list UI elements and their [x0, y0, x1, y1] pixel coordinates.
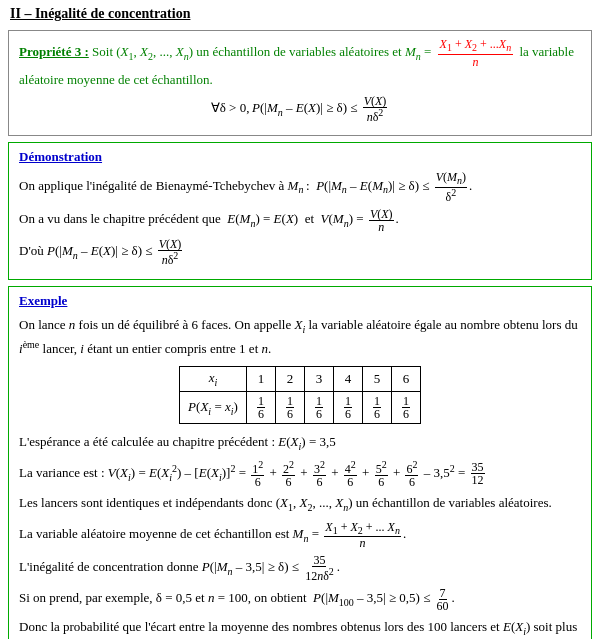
table-val-3: 3 [304, 367, 333, 392]
demo-f3-den: nδ2 [161, 251, 180, 266]
property-intro: Soit (X1, X2, ..., Xn) un échantillon de… [92, 44, 435, 59]
demo-f2-den: n [377, 221, 385, 233]
demo-f3-num: V(X) [158, 238, 183, 251]
table-prob-5: 1 6 [362, 391, 391, 423]
prob-frac-2: 1 6 [286, 395, 294, 420]
table-prob-3: 1 6 [304, 391, 333, 423]
var-f6: 62 6 [405, 460, 418, 488]
probability-table: xi 1 2 3 4 5 6 P(Xi = xi) 1 6 1 6 [179, 366, 421, 424]
mn-frac-den: n [470, 55, 480, 69]
example-title: Exemple [19, 293, 581, 309]
mn-frac-num: X1 + X2 + ...Xn [438, 37, 514, 55]
table-val-4: 4 [333, 367, 362, 392]
example-intro: On lance n fois un dé équilibré à 6 face… [19, 315, 581, 361]
prob-frac-3: 1 6 [315, 395, 323, 420]
variance-line: La variance est : V(Xi) = E(Xi2) – [E(Xi… [19, 460, 581, 488]
si-line: Si on prend, par exemple, δ = 0,5 et n =… [19, 587, 581, 612]
var-f1: 12 6 [251, 460, 264, 488]
demo-f1-num: V(Mn) [435, 171, 467, 187]
property-formula: ∀δ > 0, P(|Mn – E(X)| ≥ δ) ≤ V(X) nδ2 [19, 95, 581, 123]
var-f2: 22 6 [282, 460, 295, 488]
demo-f1-den: δ2 [445, 188, 458, 203]
table-val-6: 6 [391, 367, 420, 392]
property-text: Propriété 3 : Soit (X1, X2, ..., Xn) un … [19, 37, 581, 89]
property-label: Propriété 3 : [19, 44, 89, 59]
example-box: Exemple On lance n fois un dé équilibré … [8, 286, 592, 639]
var-f3: 32 6 [313, 460, 326, 488]
prob-frac-5: 1 6 [373, 395, 381, 420]
donc-line: Donc la probabilité que l'écart entre la… [19, 617, 581, 639]
si-fraction: 7 60 [436, 587, 450, 612]
demo-fraction2: V(X) n [369, 208, 394, 233]
table-prob-6: 1 6 [391, 391, 420, 423]
lancers-line: Les lancers sont identiques et indépenda… [19, 493, 581, 516]
inegalite-line: L'inégalité de concentration donne P(|Mn… [19, 554, 581, 582]
section-title: II – Inégalité de concentration [0, 0, 600, 26]
table-prob-2: 1 6 [275, 391, 304, 423]
table-val-2: 2 [275, 367, 304, 392]
demo-para1: On applique l'inégalité de Bienaymé-Tche… [19, 171, 581, 202]
mn-fraction: X1 + X2 + ...Xn n [438, 37, 514, 70]
moy-fraction: X1 + X2 + ... Xn n [324, 521, 401, 549]
table-val-5: 5 [362, 367, 391, 392]
var-f5: 52 6 [375, 460, 388, 488]
table-prob-1: 1 6 [246, 391, 275, 423]
demo-fraction3: V(X) nδ2 [158, 238, 183, 266]
ineg-fraction: 35 12nδ2 [304, 554, 335, 582]
demonstration-box: Démonstration On applique l'inégalité de… [8, 142, 592, 279]
demo-para3: D'où P(|Mn – E(X)| ≥ δ) ≤ V(X) nδ2 [19, 238, 581, 266]
prob-frac-4: 1 6 [344, 395, 352, 420]
formula-frac-den: nδ2 [366, 108, 385, 123]
demonstration-title: Démonstration [19, 149, 581, 165]
table-xi-header: xi [180, 367, 247, 392]
table-prob-4: 1 6 [333, 391, 362, 423]
table-prob-label: P(Xi = xi) [180, 391, 247, 423]
demo-para2: On a vu dans le chapitre précédent que E… [19, 208, 581, 233]
esperance-line: L'espérance a été calculée au chapitre p… [19, 432, 581, 455]
table-val-1: 1 [246, 367, 275, 392]
var-result: 35 12 [471, 461, 485, 486]
demo-fraction1: V(Mn) δ2 [435, 171, 467, 202]
property-box: Propriété 3 : Soit (X1, X2, ..., Xn) un … [8, 30, 592, 136]
prob-frac-1: 1 6 [257, 395, 265, 420]
moyenne-line: La variable aléatoire moyenne de cet éch… [19, 521, 581, 549]
property-formula-fraction: V(X) nδ2 [363, 95, 388, 123]
formula-frac-num: V(X) [363, 95, 388, 108]
prob-frac-6: 1 6 [402, 395, 410, 420]
var-f4: 42 6 [344, 460, 357, 488]
